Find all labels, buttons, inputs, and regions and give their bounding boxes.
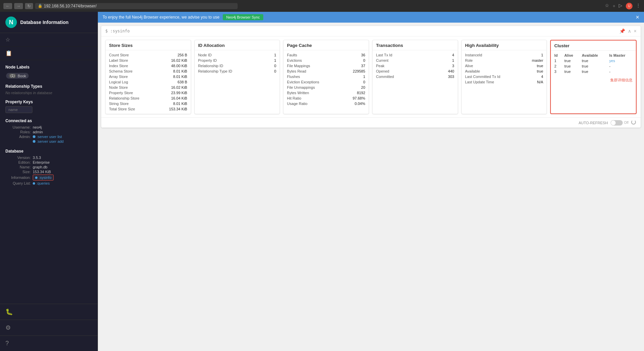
- sidebar-nav-documents[interactable]: 📋: [0, 47, 98, 60]
- cluster-title: Cluster: [551, 40, 636, 51]
- cluster-cell: true: [580, 58, 607, 63]
- radio-icon-3: [35, 177, 37, 179]
- close-result-button[interactable]: ×: [634, 28, 637, 34]
- card-key: Label Store: [109, 58, 128, 62]
- play-icon[interactable]: ▷: [619, 3, 622, 9]
- card-value: 0: [274, 69, 276, 73]
- card-row: Label Store16.02 KiB: [109, 58, 187, 63]
- page-cache-title: Page Cache: [284, 40, 369, 50]
- cluster-row: 1truetrueyes: [552, 58, 635, 63]
- property-keys-section: Property Keys: [5, 100, 92, 113]
- cluster-detail-link[interactable]: 集群详细信息: [551, 76, 636, 84]
- card-row: Property Store23.99 KiB: [109, 90, 187, 96]
- card-row: Committed303: [376, 74, 454, 79]
- card-value: true: [537, 64, 543, 68]
- user-avatar: U: [626, 3, 633, 9]
- node-labels-title: Node Labels: [5, 65, 92, 70]
- browser-sync-button[interactable]: Neo4j Browser Sync: [223, 14, 263, 20]
- card-key: Faults: [287, 53, 297, 57]
- store-sizes-card: Store Sizes Count Store256 BLabel Store1…: [105, 40, 191, 114]
- cluster-cell: yes: [607, 58, 635, 63]
- card-key: InstanceId: [465, 53, 482, 57]
- transactions-title: Transactions: [373, 40, 458, 50]
- banner-close-button[interactable]: ×: [636, 14, 639, 20]
- card-row: Hit Ratio97.68%: [287, 96, 365, 101]
- sidebar-bottom-item-bug[interactable]: 🐛: [0, 304, 98, 320]
- forward-button[interactable]: →: [14, 3, 23, 9]
- card-row: Opened440: [376, 69, 454, 74]
- card-row: Availabletrue: [465, 69, 543, 74]
- prop-key-input[interactable]: [5, 106, 32, 113]
- sidebar-bottom-item-help[interactable]: ?: [0, 335, 98, 351]
- card-value: 97.68%: [353, 96, 365, 100]
- card-value: 8.01 KiB: [173, 75, 187, 79]
- pin-button[interactable]: 📌: [619, 28, 625, 34]
- cluster-header: Id: [552, 53, 562, 58]
- card-row: Relationship Type ID0: [198, 69, 276, 74]
- information-box[interactable]: :sysinfo: [33, 174, 54, 181]
- auto-refresh-label: AUTO-REFRESH: [579, 121, 608, 125]
- collapse-button[interactable]: ∧: [628, 28, 631, 34]
- menu-icon[interactable]: ⋮: [636, 3, 641, 9]
- query-list-label: Query List:: [5, 181, 31, 185]
- cluster-cell: true: [580, 63, 607, 69]
- card-key: Bytes Read: [287, 69, 306, 73]
- card-key: Property ID: [198, 58, 217, 62]
- settings-icon: ⚙: [5, 324, 11, 331]
- card-key: Property Store: [109, 91, 133, 95]
- card-key: Flushes: [287, 75, 300, 79]
- card-value: 20: [361, 85, 365, 89]
- auto-refresh-state: Off: [624, 121, 628, 125]
- server-user-add-label[interactable]: :server user add: [37, 139, 63, 143]
- cluster-header: Alive: [562, 53, 580, 58]
- refresh-button[interactable]: [631, 120, 636, 126]
- card-value: 37: [361, 64, 365, 68]
- cluster-table: IdAliveAvailableIs Master1truetrueyes2tr…: [552, 53, 635, 74]
- card-row: File Mappings37: [287, 63, 365, 69]
- card-key: Index Store: [109, 64, 128, 68]
- card-row: Alivetrue: [465, 63, 543, 69]
- cards-container: Store Sizes Count Store256 BLabel Store1…: [101, 36, 641, 117]
- information-value[interactable]: :sysinfo: [39, 176, 51, 180]
- server-user-list-label[interactable]: :server user list: [37, 135, 62, 139]
- card-row: Last Tx Id4: [376, 52, 454, 58]
- sidebar-nav-favorites[interactable]: ☆: [0, 33, 98, 47]
- card-key: Alive: [465, 64, 473, 68]
- card-row: Rolemaster: [465, 58, 543, 63]
- cluster-cell: 1: [552, 58, 562, 63]
- server-user-add-link[interactable]: :server user add: [33, 139, 63, 143]
- reload-button[interactable]: ↻: [25, 3, 33, 9]
- card-value: 256 B: [178, 53, 187, 57]
- banner-text: To enjoy the full Neo4j Browser experien…: [103, 15, 219, 20]
- query-command: $ :sysinfo: [105, 29, 617, 33]
- auto-refresh-toggle[interactable]: Off: [611, 120, 628, 126]
- logo-text: N: [9, 19, 14, 26]
- card-row: Evictions0: [287, 58, 365, 63]
- card-value: 1: [541, 53, 543, 57]
- card-value: 48.00 KiB: [171, 64, 187, 68]
- card-key: Last Committed Tx Id: [465, 75, 500, 79]
- url-bar[interactable]: [44, 4, 235, 8]
- db-size-label: Size:: [5, 170, 31, 174]
- card-value: 8192: [357, 91, 365, 95]
- card-value: 4: [452, 53, 454, 57]
- node-label-tag[interactable]: (1) Book: [6, 73, 29, 79]
- high-availability-title: High Availability: [462, 40, 547, 50]
- server-user-list-link[interactable]: :server user list: [33, 135, 63, 139]
- db-size-value: 153.34 KiB: [33, 170, 51, 174]
- query-list-value[interactable]: :queries: [36, 181, 50, 185]
- database-title: Database: [5, 149, 92, 154]
- card-value: 0: [274, 64, 276, 68]
- transactions-body: Last Tx Id4Current1Peak3Opened440Committ…: [373, 50, 458, 81]
- card-row: Flushes1: [287, 74, 365, 79]
- sidebar-bottom-item-settings[interactable]: ⚙: [0, 320, 98, 335]
- back-button[interactable]: ←: [3, 3, 12, 9]
- star-icon[interactable]: ☆: [605, 3, 609, 9]
- extension-icon[interactable]: ⬦: [613, 3, 615, 9]
- card-row: Index Store48.00 KiB: [109, 63, 187, 69]
- username-value: neo4j: [33, 125, 42, 129]
- card-key: Relationship Store: [109, 96, 139, 100]
- cluster-header: Available: [580, 53, 607, 58]
- docs-nav-icon: 📋: [5, 50, 12, 56]
- sidebar-header: N Database Information: [0, 12, 98, 33]
